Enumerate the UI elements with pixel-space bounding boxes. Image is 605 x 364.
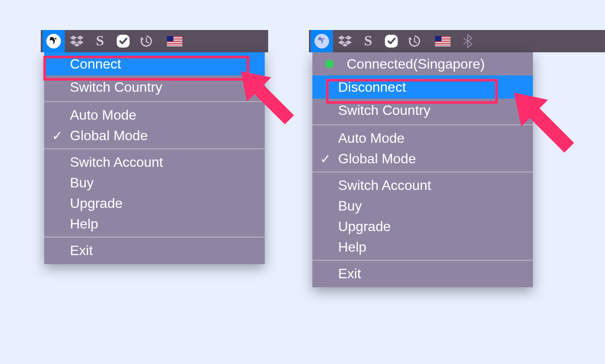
app-menu-icon[interactable]	[311, 30, 333, 52]
menu-item-status: Connected(Singapore)	[312, 52, 533, 75]
menu-item-upgrade[interactable]: Upgrade	[312, 216, 533, 237]
us-flag-icon	[167, 36, 182, 46]
menu-separator	[312, 171, 533, 172]
menu-item-switch-country[interactable]: Switch Country	[44, 75, 265, 99]
menu-item-label: Help	[338, 239, 366, 255]
svg-text:S: S	[364, 34, 372, 48]
menu-item-label: Switch Country	[70, 79, 162, 95]
squirrel-icon	[314, 33, 330, 49]
check-badge-menu-icon[interactable]	[112, 30, 134, 52]
menu-item-label: Global Mode	[338, 151, 416, 167]
s-icon: S	[362, 34, 374, 48]
time-machine-icon	[407, 34, 422, 48]
menu-separator	[44, 148, 265, 149]
squirrel-icon	[46, 33, 61, 49]
s-menu-icon[interactable]: S	[89, 30, 111, 52]
menu-item-label: Upgrade	[70, 196, 123, 211]
menu-item-label: Disconnect	[338, 79, 406, 95]
menu-item-switch-account[interactable]: Switch Account	[312, 175, 533, 196]
dropbox-icon	[70, 35, 84, 48]
check-badge-menu-icon[interactable]	[380, 30, 402, 52]
menu-item-global-mode[interactable]: ✓ Global Mode	[44, 125, 265, 146]
flag-menu-icon[interactable]	[163, 30, 186, 52]
status-label: Connected(Singapore)	[347, 56, 485, 72]
menu-item-disconnect[interactable]: Disconnect	[312, 75, 533, 99]
bluetooth-menu-icon[interactable]	[455, 30, 481, 52]
menu-item-label: Auto Mode	[338, 130, 405, 146]
menu-separator	[312, 124, 533, 125]
menu-bar: S	[309, 30, 605, 52]
dropbox-menu-icon[interactable]	[66, 30, 88, 52]
bluetooth-icon	[463, 34, 472, 48]
menu-item-exit[interactable]: Exit	[44, 240, 265, 261]
dropdown-menu: Connect Switch Country Auto Mode ✓ Globa…	[44, 52, 265, 264]
checkmark-icon: ✓	[52, 128, 63, 143]
s-icon: S	[94, 34, 106, 48]
menu-item-label: Buy	[338, 198, 362, 214]
menu-item-help[interactable]: Help	[44, 214, 265, 234]
dropbox-menu-icon[interactable]	[334, 30, 356, 52]
dropdown-menu: Connected(Singapore) Disconnect Switch C…	[312, 52, 533, 287]
svg-text:S: S	[96, 34, 104, 48]
menu-item-connect[interactable]: Connect	[44, 52, 265, 75]
menu-item-exit[interactable]: Exit	[312, 263, 533, 284]
timemachine-menu-icon[interactable]	[403, 30, 426, 52]
menu-separator	[44, 101, 265, 102]
menu-item-label: Exit	[338, 266, 361, 282]
menu-item-buy[interactable]: Buy	[312, 196, 533, 216]
menu-item-label: Switch Country	[338, 102, 430, 118]
menu-item-label: Exit	[70, 243, 93, 259]
menu-item-auto-mode[interactable]: Auto Mode	[312, 128, 533, 148]
flag-menu-icon[interactable]	[432, 30, 454, 52]
menu-item-upgrade[interactable]: Upgrade	[44, 193, 265, 214]
us-flag-icon	[435, 36, 451, 46]
menu-item-auto-mode[interactable]: Auto Mode	[44, 105, 265, 125]
checkmark-badge-icon	[115, 33, 131, 49]
checkmark-icon: ✓	[320, 151, 331, 166]
menu-item-help[interactable]: Help	[312, 237, 533, 257]
time-machine-icon	[139, 34, 154, 48]
timemachine-menu-icon[interactable]	[135, 30, 157, 52]
menu-item-label: Switch Account	[338, 177, 431, 193]
screenshot-right: S Connected(Singapore)	[309, 30, 605, 287]
menu-item-label: Upgrade	[338, 219, 391, 235]
screenshot-left: S Connect Switch Country Au	[41, 30, 268, 264]
dropbox-icon	[338, 35, 352, 48]
menu-bar: S	[41, 30, 268, 52]
menu-item-label: Auto Mode	[70, 107, 136, 123]
checkmark-badge-icon	[384, 33, 399, 49]
menu-separator	[312, 260, 533, 261]
menu-item-buy[interactable]: Buy	[44, 172, 265, 193]
menu-item-switch-account[interactable]: Switch Account	[44, 152, 265, 172]
menu-item-global-mode[interactable]: ✓ Global Mode	[312, 148, 533, 169]
menu-separator	[44, 237, 265, 238]
menu-item-label: Buy	[70, 175, 94, 191]
app-menu-icon[interactable]	[42, 30, 65, 52]
menu-item-label: Switch Account	[70, 154, 163, 170]
menu-item-label: Help	[70, 216, 98, 232]
menu-item-label: Connect	[70, 56, 121, 72]
status-dot-icon	[325, 60, 334, 68]
menu-item-label: Global Mode	[70, 128, 148, 144]
s-menu-icon[interactable]: S	[357, 30, 379, 52]
menu-item-switch-country[interactable]: Switch Country	[312, 99, 533, 122]
